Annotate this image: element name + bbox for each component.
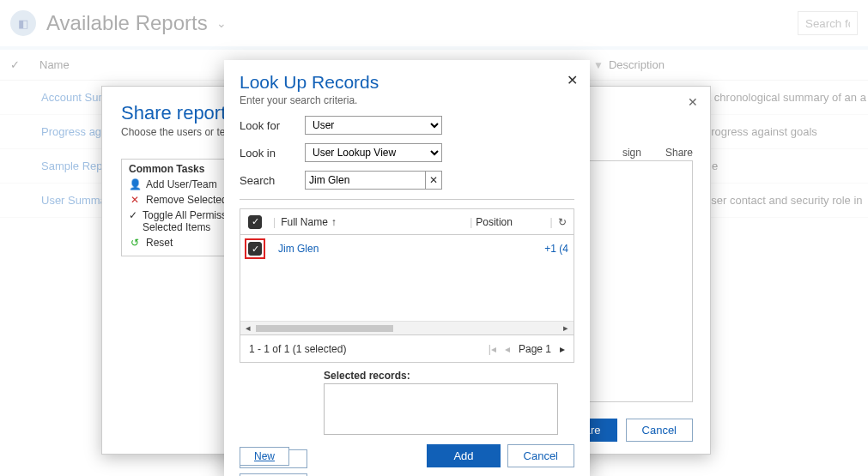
refresh-icon[interactable]: ↻ [558, 216, 574, 228]
reset-icon: ↺ [129, 237, 141, 249]
clear-search-icon[interactable]: ✕ [425, 171, 442, 190]
select-all-checkbox[interactable]: ✓ [248, 215, 262, 229]
look-for-label: Look for [240, 119, 305, 132]
result-extra: +1 (4 [544, 243, 574, 255]
scroll-right-icon[interactable]: ▸ [563, 322, 568, 334]
lookup-subtitle: Enter your search criteria. [240, 94, 574, 106]
look-for-select[interactable]: User [305, 116, 442, 135]
lookup-records-dialog: ✕ Look Up Records Enter your search crit… [224, 60, 590, 476]
first-page-icon[interactable]: |◂ [489, 343, 496, 355]
scroll-thumb[interactable] [256, 325, 393, 332]
pager-status: 1 - 1 of 1 (1 selected) [249, 343, 346, 355]
search-input[interactable] [305, 171, 425, 190]
scroll-left-icon[interactable]: ◂ [246, 322, 251, 334]
add-button[interactable]: Add [427, 444, 500, 467]
cancel-button[interactable]: Cancel [626, 419, 693, 442]
results-grid: ✓ | Full Name ↑ | Position | ↻ ✓ Jim Gle… [240, 208, 574, 363]
selected-records-label: Selected records: [324, 370, 590, 382]
cancel-button[interactable]: Cancel [507, 444, 574, 467]
new-button[interactable]: New [240, 447, 289, 466]
next-page-icon[interactable]: ▸ [560, 343, 565, 355]
prev-page-icon[interactable]: ◂ [505, 343, 510, 355]
page-label: Page 1 [519, 343, 551, 355]
result-row[interactable]: ✓ Jim Glen +1 (4 [240, 235, 574, 262]
remove-icon: ✕ [129, 194, 141, 206]
close-icon[interactable]: ✕ [688, 95, 698, 109]
sort-asc-icon: ↑ [331, 216, 337, 228]
row-checkbox[interactable]: ✓ [248, 242, 262, 256]
horizontal-scrollbar[interactable]: ◂ ▸ [240, 321, 574, 334]
assign-col: sign [622, 147, 641, 159]
check-icon: ✓ [129, 209, 137, 221]
lookup-title: Look Up Records [240, 72, 574, 93]
look-in-select[interactable]: User Lookup View [305, 143, 442, 162]
col-full-name[interactable]: Full Name ↑ [279, 216, 466, 228]
col-position[interactable]: Position [476, 216, 544, 228]
share-col: Share [665, 147, 693, 159]
person-plus-icon: 👤 [129, 178, 141, 190]
result-name[interactable]: Jim Glen [270, 243, 450, 255]
selected-records-box[interactable] [324, 383, 558, 435]
close-icon[interactable]: ✕ [567, 72, 578, 88]
search-label: Search [240, 174, 305, 187]
look-in-label: Look in [240, 147, 305, 160]
